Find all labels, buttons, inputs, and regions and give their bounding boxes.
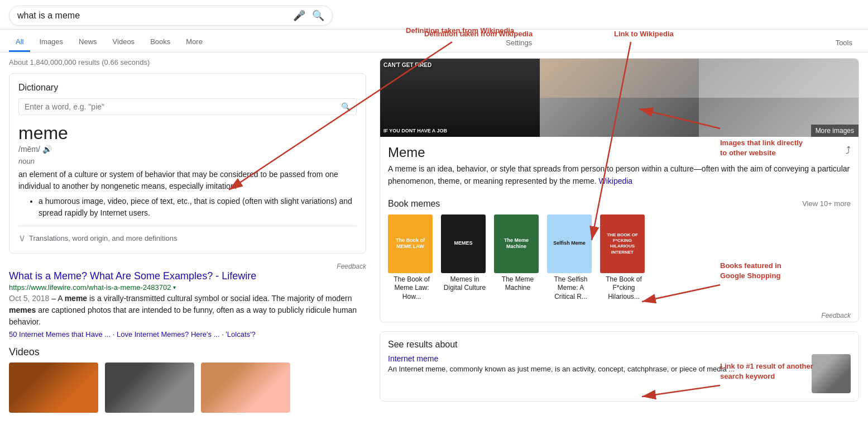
result-sub-link-2[interactable]: Love Internet Memes? Here's ... — [117, 330, 220, 338]
dictionary-word: meme — [18, 123, 357, 144]
book-cover-4-text: Selfish Meme — [551, 238, 588, 249]
tab-images[interactable]: Images — [32, 33, 70, 52]
book-item-5[interactable]: THE BOOK OF F*CKING HILARIOUS INTERNET T… — [600, 214, 648, 302]
dictionary-card: Dictionary 🔍 meme /mēm/ 🔊 noun an elemen… — [9, 73, 366, 254]
search-icons: 🎤 🔍 — [293, 9, 324, 22]
book-item-3[interactable]: The Meme Machine The Meme Machine — [494, 214, 541, 302]
result-title-link[interactable]: What is a Meme? What Are Some Examples? … — [9, 270, 256, 282]
book-title-5: The Book of F*cking Hilarious... — [600, 275, 648, 302]
tools-link[interactable]: Tools — [829, 34, 859, 51]
video-thumb-1[interactable] — [9, 363, 98, 413]
more-definitions[interactable]: ∨ Translations, word origin, and more de… — [18, 226, 357, 244]
see-result-img-inner — [812, 354, 851, 393]
results-count: About 1,840,000,000 results (0.66 second… — [9, 58, 366, 66]
settings-link[interactable]: Settings — [499, 34, 539, 51]
result-links: 50 Internet Memes that Have ... · Love I… — [9, 330, 366, 338]
book-cover-3: The Meme Machine — [494, 214, 539, 273]
see-result-item[interactable]: Internet meme An Internet meme, commonly… — [388, 354, 851, 393]
books-strip: The Book ofMEME LAW The Book of Meme Law… — [388, 214, 851, 302]
top-search-result: What is a Meme? What Are Some Examples? … — [9, 270, 366, 338]
left-column: About 1,840,000,000 results (0.66 second… — [9, 58, 366, 413]
book-item-4[interactable]: Selfish Meme The Selfish Meme: A Critica… — [547, 214, 594, 302]
microphone-icon[interactable]: 🎤 — [293, 9, 305, 22]
view-more-link[interactable]: View 10+ more — [802, 199, 851, 208]
search-box: what is a meme 🎤 🔍 — [9, 6, 333, 26]
book-cover-2-text: MEMES — [452, 238, 474, 249]
search-bar-area: what is a meme 🎤 🔍 — [0, 0, 868, 30]
videos-section-title: Videos — [9, 346, 366, 358]
book-cover-2: MEMES — [441, 214, 486, 273]
book-cover-3-text: The Meme Machine — [494, 235, 539, 252]
dictionary-input-wrapper[interactable]: 🔍 — [18, 98, 357, 115]
see-result-text: Internet meme An Internet meme, commonly… — [388, 354, 806, 374]
kp-sub-image-4[interactable]: More images — [699, 98, 859, 137]
kp-main-image[interactable]: CAN'T GET FIRED IF YOU DONT HAVE A JOB — [380, 59, 540, 137]
book-item-1[interactable]: The Book ofMEME LAW The Book of Meme Law… — [388, 214, 435, 302]
book-title-2: Memes in Digital Culture — [441, 275, 488, 293]
feedback-link[interactable]: Feedback — [9, 263, 366, 270]
search-input[interactable]: what is a meme — [17, 11, 293, 21]
dictionary-def2: a humorous image, video, piece of text, … — [39, 195, 357, 219]
kp-body: ⤴ Meme A meme is an idea, behavior, or s… — [380, 137, 859, 199]
speaker-icon[interactable]: 🔊 — [42, 145, 52, 154]
book-memes-title: Book memes — [388, 199, 440, 209]
kp-sub-image-3[interactable] — [540, 98, 699, 137]
book-title-4: The Selfish Meme: A Critical R... — [547, 275, 594, 302]
book-cover-4: Selfish Meme — [547, 214, 592, 273]
result-sub-link-1[interactable]: 50 Internet Memes that Have ... — [9, 330, 111, 338]
video-thumb-2[interactable] — [105, 363, 194, 413]
chevron-down-icon: ∨ — [18, 232, 26, 244]
right-column: CAN'T GET FIRED IF YOU DONT HAVE A JOB M… — [380, 58, 859, 413]
result-sub-link-3[interactable]: 'Lolcats'? — [226, 330, 255, 338]
kp-entity-title: Meme — [388, 145, 851, 160]
tab-news[interactable]: News — [72, 33, 104, 52]
kp-images-grid[interactable]: CAN'T GET FIRED IF YOU DONT HAVE A JOB M… — [380, 59, 859, 137]
see-result-desc: An Internet meme, commonly known as just… — [388, 364, 806, 374]
dictionary-phonetic: /mēm/ 🔊 — [18, 145, 357, 154]
kp-img-bottom-caption: IF YOU DONT HAVE A JOB — [383, 128, 536, 133]
book-cover-1: The Book ofMEME LAW — [388, 214, 433, 273]
tab-more[interactable]: More — [179, 33, 209, 52]
result-snippet: Oct 5, 2018 – A meme is a virally-transm… — [9, 293, 366, 328]
book-memes-section: Book memes View 10+ more The Book ofMEME… — [380, 199, 859, 309]
video-thumb-3[interactable] — [201, 363, 290, 413]
book-cover-1-text: The Book ofMEME LAW — [394, 235, 427, 252]
tab-all[interactable]: All — [9, 33, 30, 52]
share-icon[interactable]: ⤴ — [846, 145, 851, 156]
kp-sub-image-1[interactable] — [540, 59, 699, 98]
book-title-1: The Book of Meme Law: How... — [388, 275, 435, 302]
videos-strip — [9, 363, 366, 413]
main-layout: About 1,840,000,000 results (0.66 second… — [0, 53, 868, 418]
dictionary-input[interactable] — [25, 102, 341, 111]
see-results-title: See results about — [388, 340, 851, 350]
book-cover-5-text: THE BOOK OF F*CKING HILARIOUS INTERNET — [600, 230, 645, 258]
book-title-3: The Meme Machine — [494, 275, 541, 293]
tab-videos[interactable]: Videos — [106, 33, 142, 52]
kp-sub-image-2[interactable] — [699, 59, 859, 98]
result-url: https://www.lifewire.com/what-is-a-meme-… — [9, 283, 366, 292]
kp-wikipedia-link[interactable]: Wikipedia — [598, 177, 632, 185]
page-wrapper: what is a meme 🎤 🔍 All Images News Video… — [0, 0, 868, 434]
tab-books[interactable]: Books — [143, 33, 177, 52]
dictionary-pos: noun — [18, 157, 357, 165]
book-cover-5: THE BOOK OF F*CKING HILARIOUS INTERNET — [600, 214, 645, 273]
dictionary-def1: an element of a culture or system of beh… — [18, 169, 357, 192]
book-memes-header: Book memes View 10+ more — [388, 199, 851, 209]
nav-tabs: All Images News Videos Books More Settin… — [0, 30, 868, 53]
dictionary-title: Dictionary — [18, 83, 357, 93]
dictionary-search-icon[interactable]: 🔍 — [341, 102, 351, 111]
kp-description: A meme is an idea, behavior, or style th… — [388, 163, 851, 188]
see-result-image[interactable] — [812, 354, 851, 393]
knowledge-panel: CAN'T GET FIRED IF YOU DONT HAVE A JOB M… — [380, 58, 859, 322]
dropdown-arrow-icon[interactable]: ▾ — [173, 284, 176, 290]
search-icon[interactable]: 🔍 — [312, 9, 324, 22]
see-results-panel: See results about Internet meme An Inter… — [380, 331, 859, 402]
book-item-2[interactable]: MEMES Memes in Digital Culture — [441, 214, 488, 302]
kp-more-images[interactable]: More images — [811, 125, 859, 137]
kp-feedback[interactable]: Feedback — [380, 309, 859, 322]
kp-img-top-caption: CAN'T GET FIRED — [383, 62, 536, 68]
see-result-name[interactable]: Internet meme — [388, 354, 806, 363]
